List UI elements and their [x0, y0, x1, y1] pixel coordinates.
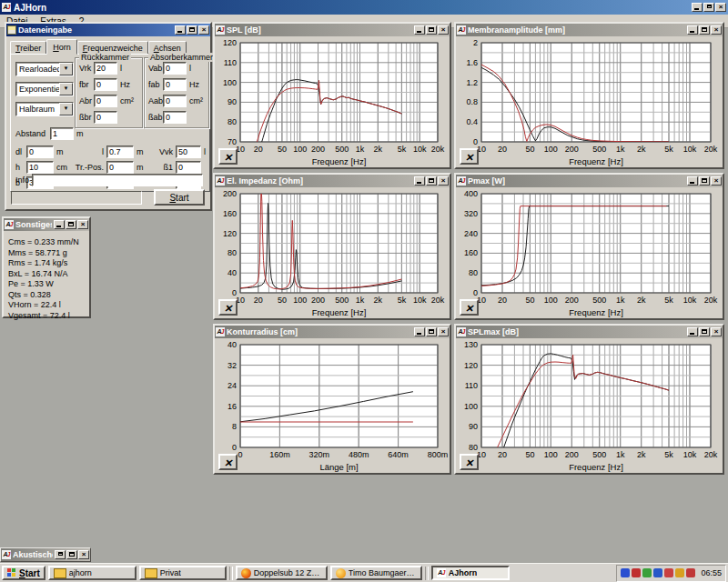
- x-axis-label: Frequenz [Hz]: [312, 156, 367, 166]
- minimize-button[interactable]: [414, 327, 425, 336]
- vvk-input[interactable]: [176, 146, 201, 158]
- fbr-input[interactable]: [94, 78, 117, 91]
- minimize-button[interactable]: [687, 176, 698, 186]
- dropdown-arrow-icon[interactable]: ▼: [59, 63, 73, 75]
- field-label: Aab: [148, 96, 163, 105]
- dateneingabe-titlebar[interactable]: Dateneingabe ×: [6, 24, 210, 36]
- restore-button[interactable]: [55, 550, 66, 559]
- l-input[interactable]: [106, 146, 134, 158]
- vab-input[interactable]: [163, 62, 187, 75]
- chart-body: 08162432400160m320m480m640m800mLänge [m]: [215, 338, 450, 473]
- trpos-input[interactable]: [106, 161, 134, 174]
- maximize-button[interactable]: [699, 176, 710, 186]
- tab-horn[interactable]: Horn: [46, 39, 77, 55]
- horn-contour-select[interactable]: Exponentiell ▼: [15, 82, 74, 96]
- horn-row-1: dl m l m Vvk l: [15, 146, 207, 158]
- vrk-input[interactable]: [94, 62, 117, 75]
- taskbar-item-ajhorn-folder[interactable]: ajhorn: [48, 566, 136, 580]
- dropdown-arrow-icon[interactable]: ▼: [59, 103, 73, 115]
- chart-titlebar[interactable]: AJ SPL [dB] ×: [215, 24, 450, 36]
- main-titlebar: AJ AJHorn ×: [0, 0, 728, 15]
- close-button[interactable]: ×: [198, 25, 209, 35]
- tray-icon[interactable]: [632, 568, 641, 577]
- tray-icon[interactable]: [664, 568, 673, 577]
- sonstiges-titlebar[interactable]: AJ Sonstiges ×: [4, 218, 89, 231]
- folder-icon: [145, 568, 157, 578]
- delete-curve-button[interactable]: [218, 299, 238, 316]
- close-button[interactable]: ×: [438, 25, 449, 35]
- delete-curve-button[interactable]: [218, 148, 238, 165]
- chart-body: 00.40.81.21.621020501002005001k2k5k10k20…: [456, 36, 723, 167]
- abstand-input[interactable]: [50, 127, 74, 140]
- maximize-button[interactable]: [426, 25, 437, 35]
- chart-titlebar[interactable]: AJ Membranamplitude [mm] ×: [456, 24, 723, 36]
- ssab-input[interactable]: [163, 111, 187, 124]
- x-tick-label: 480m: [349, 450, 369, 459]
- minimize-button[interactable]: [414, 25, 425, 35]
- y-tick-label: 120: [223, 38, 237, 47]
- close-button[interactable]: ×: [77, 220, 88, 229]
- y-tick-label: 0.4: [466, 117, 478, 126]
- x-tick-label: 640m: [388, 450, 409, 459]
- abr-input[interactable]: [94, 95, 117, 107]
- tray-icon[interactable]: [642, 568, 652, 577]
- tray-icon[interactable]: [621, 568, 630, 577]
- main-restore-button[interactable]: [703, 3, 714, 12]
- maximize-button[interactable]: [426, 327, 437, 336]
- ss1-input[interactable]: [176, 161, 201, 174]
- chart-titlebar[interactable]: AJ El. Impedanz [Ohm] ×: [215, 175, 450, 187]
- taskbar-item-ajhorn-app[interactable]: AJ AJhorn: [431, 566, 510, 580]
- tray-icon[interactable]: [686, 568, 695, 577]
- chart-body: 0801602403204001020501002005001k2k5k10k2…: [456, 187, 723, 318]
- dl-input[interactable]: [26, 146, 54, 158]
- x-tick-label: 10k: [683, 450, 697, 459]
- horn-loading-select[interactable]: Rearloaded ▼: [15, 62, 74, 76]
- minimize-button[interactable]: [687, 327, 698, 336]
- info-input[interactable]: [32, 174, 203, 186]
- tab-treiber[interactable]: Treiber: [10, 41, 46, 55]
- chart-titlebar[interactable]: AJ Pmax [W] ×: [456, 175, 723, 187]
- maximize-button[interactable]: [426, 176, 437, 186]
- maximize-button[interactable]: [66, 550, 77, 559]
- ssbr-input[interactable]: [94, 111, 117, 124]
- close-button[interactable]: ×: [438, 327, 449, 336]
- ajhorn-icon: AJ: [437, 568, 446, 577]
- x-tick-label: 50: [278, 296, 287, 305]
- delete-curve-button[interactable]: [218, 454, 238, 470]
- delete-curve-button[interactable]: [460, 148, 479, 165]
- close-button[interactable]: ×: [711, 25, 722, 35]
- close-button[interactable]: ×: [711, 176, 722, 186]
- param-qts: Qts = 0.328: [8, 290, 85, 301]
- delete-curve-button[interactable]: [460, 454, 479, 470]
- taskbar-item-timo[interactable]: Timo Baumgaertner - Ein...: [330, 566, 422, 580]
- maximize-button[interactable]: [66, 220, 76, 229]
- taskbar-item-privat-folder[interactable]: Privat: [139, 566, 227, 580]
- akustische-titlebar[interactable]: AJ Akustische L... ×: [1, 548, 90, 561]
- maximize-button[interactable]: [187, 25, 197, 35]
- aab-input[interactable]: [163, 95, 187, 107]
- minimize-button[interactable]: [414, 176, 425, 186]
- tray-icon[interactable]: [675, 568, 684, 577]
- radiation-space-select[interactable]: Halbraum ▼: [15, 102, 74, 116]
- start-button[interactable]: Start: [154, 189, 205, 206]
- taskbar-item-doppelsub[interactable]: Doppelsub 12 Zoll, Disku...: [236, 566, 328, 580]
- minimize-button[interactable]: [175, 25, 186, 35]
- x-tick-label: 1k: [356, 296, 365, 305]
- fab-input[interactable]: [163, 78, 187, 91]
- close-button[interactable]: ×: [711, 327, 722, 336]
- chart-titlebar[interactable]: AJ Konturradius [cm] ×: [215, 326, 450, 338]
- main-minimize-button[interactable]: [692, 3, 703, 12]
- main-close-button[interactable]: ×: [715, 3, 726, 12]
- maximize-button[interactable]: [699, 25, 710, 35]
- close-button[interactable]: ×: [78, 550, 89, 559]
- minimize-button[interactable]: [687, 25, 698, 35]
- delete-curve-button[interactable]: [460, 299, 479, 316]
- start-menu-button[interactable]: Start: [2, 566, 46, 580]
- close-button[interactable]: ×: [438, 176, 449, 186]
- h-input[interactable]: [26, 161, 54, 174]
- maximize-button[interactable]: [699, 327, 710, 336]
- minimize-button[interactable]: [54, 220, 65, 229]
- chart-titlebar[interactable]: AJ SPLmax [dB] ×: [456, 326, 723, 338]
- tray-icon[interactable]: [653, 568, 662, 577]
- dropdown-arrow-icon[interactable]: ▼: [59, 83, 73, 95]
